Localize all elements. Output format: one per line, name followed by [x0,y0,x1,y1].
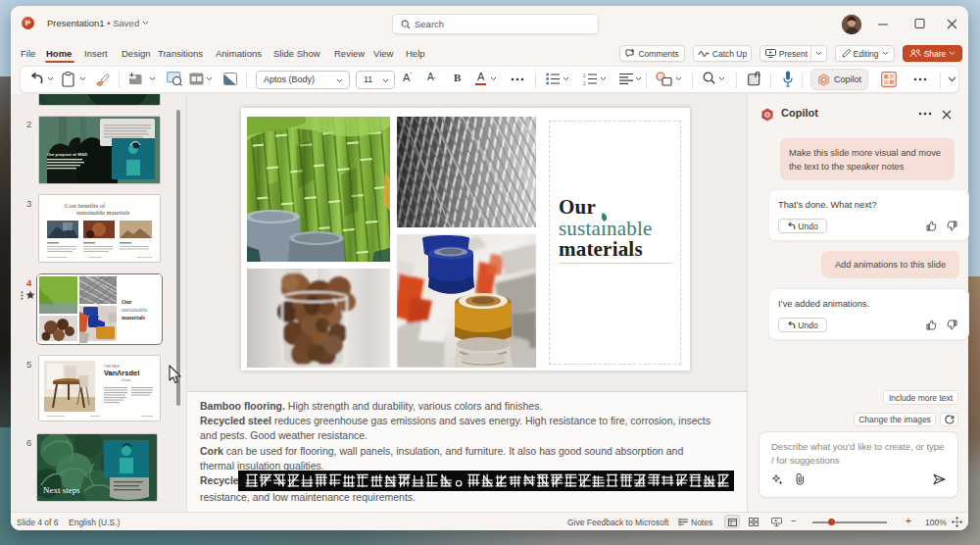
svg-text:1: 1 [583,73,586,78]
svg-text:sustainable: sustainable [122,307,148,313]
svg-text:Guide: Guide [122,378,130,382]
svg-text:Our: Our [122,299,132,305]
svg-text:materials: materials [122,315,146,321]
svg-text:Next steps: Next steps [43,485,80,495]
svg-text:VanΛrsdel: VanΛrsdel [104,369,139,377]
svg-text:sustainable materials: sustainable materials [76,209,130,216]
svg-text:2: 2 [583,80,586,86]
svg-text:Cost benefits of: Cost benefits of [65,202,106,209]
svg-text:Our purpose at W&D: Our purpose at W&D [47,152,87,157]
